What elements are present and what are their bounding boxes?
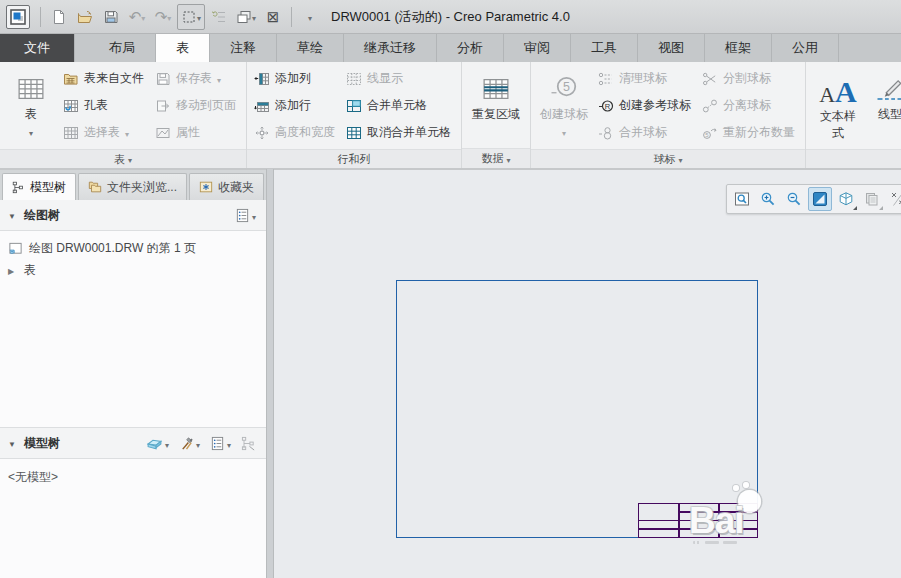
merge-cells-button[interactable]: 合并单元格 — [342, 92, 458, 119]
redistribute-quantity-button[interactable]: 5 重新分布数量 — [698, 119, 802, 146]
expand-arrow-icon[interactable] — [8, 263, 18, 277]
table-big-button[interactable]: 表 — [3, 66, 59, 145]
merge-balloons-label: 合并球标 — [619, 124, 667, 141]
model-tree-list-button[interactable] — [208, 434, 233, 453]
tab-legacy-migration[interactable]: 继承迁移 — [344, 34, 437, 62]
app-logo-icon[interactable] — [6, 5, 30, 29]
open-file-button[interactable] — [73, 4, 97, 30]
drawing-tree-item-table[interactable]: 表 — [0, 259, 266, 281]
svg-text:R: R — [605, 102, 611, 111]
app-window: ↶ ↷ ⊠ DRW0001 (活动的) - C — [0, 0, 901, 578]
select-table-button[interactable]: 选择表 — [59, 119, 151, 146]
zoom-in-button[interactable] — [756, 187, 780, 211]
display-style-button[interactable] — [834, 187, 858, 211]
group-label-balloons[interactable]: 球标 — [531, 149, 805, 168]
merge-balloons-button[interactable]: 合并球标 — [594, 119, 698, 146]
line-style-label: 线型 — [878, 106, 901, 123]
unmerge-cells-icon — [346, 125, 362, 141]
drawing-sheet-border[interactable] — [396, 280, 758, 538]
zoom-out-icon — [786, 191, 802, 207]
zoom-fit-button[interactable] — [730, 187, 754, 211]
save-table-button[interactable]: 保存表 — [151, 65, 243, 92]
add-row-button[interactable]: 添加行 — [250, 92, 342, 119]
group-label-format[interactable]: 格式 — [806, 149, 901, 168]
tab-view[interactable]: 视图 — [638, 34, 705, 62]
close-window-button[interactable]: ⊠ — [261, 4, 285, 30]
cleanup-balloons-button[interactable]: 清理球标 — [594, 65, 698, 92]
drawing-tree-item-table-label: 表 — [24, 262, 36, 279]
tab-table[interactable]: 表 — [156, 34, 210, 62]
height-width-button[interactable]: 高度和宽度 — [250, 119, 342, 146]
select-table-dropdown-arrow — [125, 126, 129, 140]
title-block-table[interactable] — [638, 503, 758, 538]
drawing-tree-collapse-icon[interactable] — [8, 208, 18, 222]
navigator-panel: 模型树 文件夹浏览... 收藏夹 绘图树 — [0, 169, 266, 578]
zoom-out-button[interactable] — [782, 187, 806, 211]
navtab-folder-browser[interactable]: 文件夹浏览... — [78, 173, 187, 200]
tab-annotate[interactable]: 注释 — [210, 34, 277, 62]
ribbon-tab-bar: 文件 布局 表 注释 草绘 继承迁移 分析 审阅 工具 视图 框架 公用 — [0, 34, 901, 62]
undo-button[interactable]: ↶ — [125, 4, 149, 30]
tab-sketch[interactable]: 草绘 — [277, 34, 344, 62]
split-balloon-button[interactable]: 分割球标 — [698, 65, 802, 92]
view-toolbar — [726, 184, 901, 214]
table-from-file-button[interactable]: 表来自文件 — [59, 65, 151, 92]
add-column-icon — [254, 71, 270, 87]
text-style-button[interactable]: AA 文本样式 — [809, 66, 867, 145]
model-tree-hide-button[interactable] — [239, 434, 258, 453]
repaint-button[interactable] — [808, 187, 832, 211]
group-label-data[interactable]: 数据 — [462, 148, 530, 168]
tab-framework[interactable]: 框架 — [705, 34, 772, 62]
add-column-button[interactable]: 添加列 — [250, 65, 342, 92]
add-row-icon — [254, 98, 270, 114]
line-style-button[interactable]: 线型 — [867, 66, 901, 145]
group-label-rows-cols-text: 行和列 — [338, 152, 371, 167]
model-tree-collapse-icon[interactable] — [8, 436, 18, 450]
graphics-canvas[interactable]: Bai — [274, 169, 901, 578]
navtab-model-tree[interactable]: 模型树 — [2, 173, 76, 200]
new-file-button[interactable] — [47, 4, 71, 30]
tab-layout[interactable]: 布局 — [89, 34, 156, 62]
more-commands-arrow-icon — [308, 9, 312, 24]
redo-button[interactable]: ↷ — [151, 4, 175, 30]
detach-balloon-button[interactable]: 分离球标 — [698, 92, 802, 119]
height-width-label: 高度和宽度 — [275, 124, 335, 141]
customize-toolbar-button[interactable] — [298, 4, 322, 30]
windows-icon — [236, 9, 252, 25]
repaint-icon — [812, 191, 828, 207]
merge-cells-label: 合并单元格 — [367, 97, 427, 114]
selection-filter-button[interactable] — [177, 4, 205, 30]
datum-display-filters-button[interactable] — [886, 187, 901, 211]
drawing-tree-item-sheet[interactable]: 绘图 DRW0001.DRW 的第 1 页 — [0, 237, 266, 259]
merge-balloons-icon — [598, 125, 614, 141]
tab-file[interactable]: 文件 — [0, 34, 75, 62]
tab-analysis[interactable]: 分析 — [437, 34, 504, 62]
navtab-favorites[interactable]: 收藏夹 — [189, 173, 264, 200]
sheet-display-button[interactable] — [860, 187, 884, 211]
tab-utilities[interactable]: 公用 — [772, 34, 839, 62]
group-label-table[interactable]: 表 — [0, 149, 246, 168]
model-tree-filters-button[interactable] — [177, 434, 202, 453]
regenerate-button[interactable] — [207, 4, 231, 30]
hole-table-button[interactable]: 孔表 — [59, 92, 151, 119]
split-balloon-label: 分割球标 — [723, 70, 771, 87]
panel-splitter[interactable] — [266, 169, 274, 578]
tab-tools[interactable]: 工具 — [571, 34, 638, 62]
create-ref-balloon-button[interactable]: R 创建参考球标 — [594, 92, 698, 119]
model-tree-show-button[interactable] — [144, 433, 171, 454]
text-style-label: 文本样式 — [815, 108, 861, 142]
model-tree-icon — [12, 181, 25, 194]
tab-review[interactable]: 审阅 — [504, 34, 571, 62]
undo-icon: ↶ — [129, 9, 142, 24]
save-button[interactable] — [99, 4, 123, 30]
drawing-tree-settings-button[interactable] — [233, 206, 258, 225]
model-tree-body: <无模型> — [0, 459, 266, 578]
repeat-region-button[interactable]: 重复区域 — [465, 66, 527, 145]
move-to-sheet-button[interactable]: 移动到页面 — [151, 92, 243, 119]
line-display-button[interactable]: 线显示 — [342, 65, 458, 92]
unmerge-cells-button[interactable]: 取消合并单元格 — [342, 119, 458, 146]
window-switch-button[interactable] — [233, 4, 259, 30]
table-properties-button[interactable]: 属性 — [151, 119, 243, 146]
create-balloon-button[interactable]: 5 创建球标 — [534, 66, 594, 145]
toolbar-separator — [291, 7, 292, 27]
